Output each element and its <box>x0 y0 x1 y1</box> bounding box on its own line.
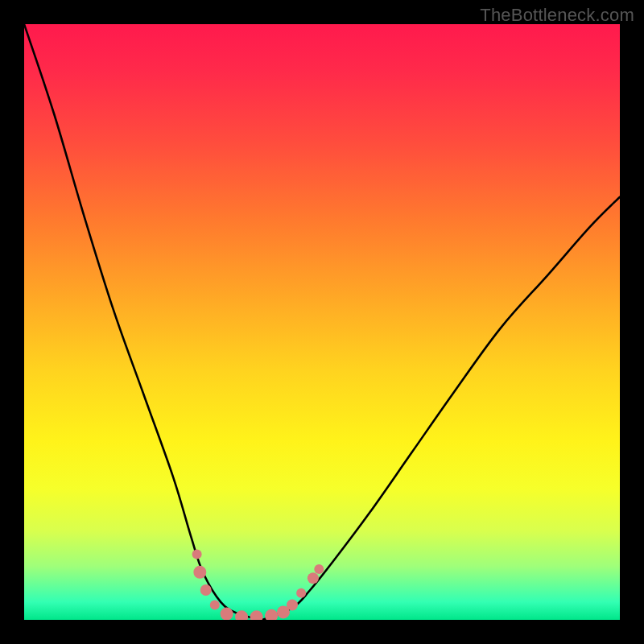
valley-marker <box>235 610 248 620</box>
valley-marker <box>221 608 233 620</box>
right-curve <box>262 197 620 620</box>
valley-marker <box>200 584 212 596</box>
left-curve <box>24 24 262 620</box>
valley-marker <box>296 588 306 598</box>
valley-marker <box>287 600 298 611</box>
valley-marker <box>250 610 263 620</box>
valley-marker <box>193 566 206 579</box>
valley-markers <box>192 550 324 620</box>
valley-marker <box>210 601 220 610</box>
valley-marker <box>308 572 319 584</box>
curve-layer <box>24 24 620 620</box>
valley-marker <box>192 550 202 559</box>
valley-marker <box>314 564 324 574</box>
chart-frame: TheBottleneck.com <box>0 0 644 644</box>
watermark-text: TheBottleneck.com <box>480 5 634 26</box>
plot-area <box>24 24 620 620</box>
valley-marker <box>265 609 278 620</box>
